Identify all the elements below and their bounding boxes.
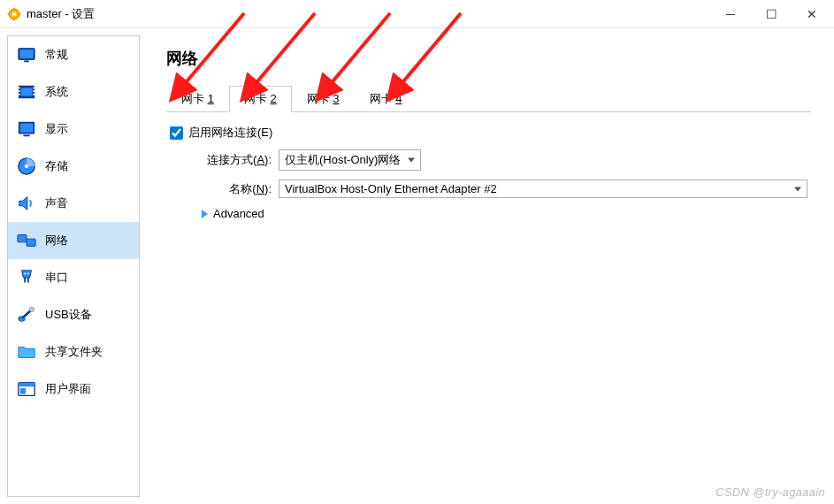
adapter-tabs: 网卡 1 网卡 2 网卡 3 网卡 4	[166, 85, 811, 112]
sidebar-item-general[interactable]: 常规	[8, 36, 139, 73]
app-icon	[7, 7, 21, 21]
sidebar-item-label: 共享文件夹	[45, 344, 103, 360]
tab-adapter-2[interactable]: 网卡 2	[229, 86, 292, 112]
tab-adapter-3[interactable]: 网卡 3	[292, 86, 355, 112]
enable-network-label: 启用网络连接(E)	[188, 125, 272, 141]
close-button[interactable]: ✕	[792, 1, 832, 27]
sidebar-item-label: 存储	[45, 158, 68, 174]
attached-to-select[interactable]: 仅主机(Host-Only)网络	[279, 149, 421, 171]
sidebar-item-shared-folders[interactable]: 共享文件夹	[8, 333, 139, 370]
sidebar-item-label: 声音	[45, 195, 68, 211]
watermark: CSDN @try-agaaain	[715, 485, 825, 499]
tab-adapter-1[interactable]: 网卡 1	[166, 86, 229, 112]
adapter-name-label: 名称(N):	[170, 181, 272, 197]
sidebar-item-label: 网络	[45, 233, 68, 248]
svg-rect-25	[27, 278, 29, 283]
window-controls: ─ ☐ ✕	[710, 1, 832, 27]
sidebar-item-network[interactable]: 网络	[8, 222, 139, 259]
sidebar-item-storage[interactable]: 存储	[8, 148, 139, 185]
svg-point-26	[24, 273, 26, 275]
sidebar-item-user-interface[interactable]: 用户界面	[8, 370, 139, 408]
monitor-icon	[17, 45, 36, 65]
plug-icon	[17, 268, 36, 287]
film-icon	[17, 82, 36, 102]
svg-rect-11	[19, 88, 20, 89]
svg-rect-31	[19, 383, 34, 387]
svg-rect-15	[33, 90, 34, 92]
minimize-button[interactable]: ─	[710, 1, 751, 27]
svg-rect-32	[20, 388, 26, 393]
settings-sidebar: 常规 系统 显示 存储 声音 网络 串口 USB设备	[7, 35, 140, 497]
sidebar-item-label: 常规	[45, 47, 68, 63]
svg-point-1	[12, 11, 17, 16]
folder-icon	[17, 342, 36, 362]
triangle-right-icon	[202, 210, 208, 218]
svg-rect-13	[19, 94, 20, 95]
sidebar-item-label: 用户界面	[45, 381, 91, 397]
sidebar-item-label: USB设备	[45, 307, 92, 323]
window-title: master - 设置	[27, 6, 95, 22]
adapter-name-select[interactable]: VirtualBox Host-Only Ethernet Adapter #2	[279, 179, 807, 198]
svg-point-27	[27, 273, 29, 275]
svg-rect-14	[33, 88, 34, 89]
window-icon	[17, 379, 36, 399]
sidebar-item-label: 串口	[45, 270, 68, 286]
display-icon	[17, 119, 36, 139]
disk-icon	[17, 157, 36, 176]
sidebar-item-serial[interactable]: 串口	[8, 259, 139, 296]
svg-rect-16	[33, 94, 34, 95]
speaker-icon	[17, 194, 36, 213]
svg-rect-19	[23, 134, 29, 136]
sidebar-item-label: 显示	[45, 121, 68, 137]
svg-rect-29	[30, 308, 34, 312]
sidebar-item-usb[interactable]: USB设备	[8, 296, 139, 333]
svg-rect-7	[19, 50, 34, 58]
svg-rect-10	[21, 88, 33, 95]
tab-adapter-4[interactable]: 网卡 4	[355, 86, 417, 112]
network-icon	[17, 231, 36, 250]
main-panel: 网络 网卡 1 网卡 2 网卡 3 网卡 4 启用网络连接(E) 连接方式(A)…	[147, 35, 827, 497]
enable-network-checkbox[interactable]	[170, 126, 183, 140]
svg-rect-18	[20, 124, 34, 133]
page-title: 网络	[166, 48, 811, 69]
svg-rect-22	[18, 235, 27, 242]
sidebar-item-system[interactable]: 系统	[8, 73, 139, 111]
advanced-toggle[interactable]: Advanced	[170, 207, 807, 220]
sidebar-item-audio[interactable]: 声音	[8, 185, 139, 222]
maximize-button[interactable]: ☐	[751, 1, 792, 27]
attached-to-label: 连接方式(A):	[170, 152, 272, 168]
sidebar-item-label: 系统	[45, 84, 68, 100]
svg-rect-24	[24, 278, 26, 283]
advanced-label: Advanced	[213, 207, 264, 220]
sidebar-item-display[interactable]: 显示	[8, 111, 139, 148]
svg-rect-23	[27, 239, 35, 246]
svg-rect-12	[19, 90, 20, 92]
usb-icon	[17, 305, 36, 325]
titlebar: master - 设置 ─ ☐ ✕	[0, 0, 834, 28]
svg-rect-8	[24, 60, 29, 62]
